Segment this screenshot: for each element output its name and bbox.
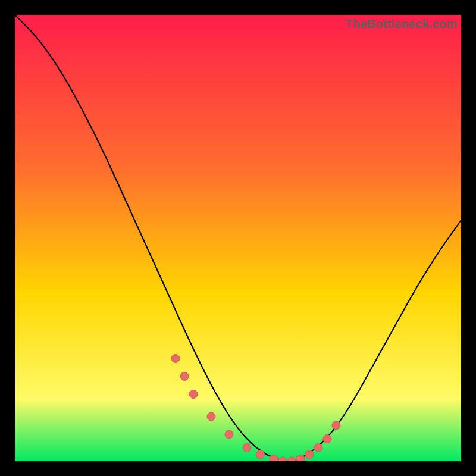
chart-frame: TheBottleneck.com <box>15 15 461 461</box>
curve-marker <box>243 444 251 452</box>
curve-marker <box>207 412 215 421</box>
chart-canvas <box>15 15 461 461</box>
curve-marker <box>314 444 322 452</box>
curve-marker <box>305 450 314 459</box>
curve-marker <box>256 450 265 459</box>
curve-marker <box>225 430 233 439</box>
curve-marker <box>296 455 305 461</box>
curve-marker <box>323 435 331 443</box>
curve-marker <box>180 372 189 381</box>
curve-marker <box>270 455 278 461</box>
curve-marker <box>189 390 198 399</box>
curve-marker <box>171 355 180 363</box>
curve-marker <box>332 421 340 430</box>
gradient-background <box>15 15 461 461</box>
watermark-text: TheBottleneck.com <box>346 17 458 31</box>
